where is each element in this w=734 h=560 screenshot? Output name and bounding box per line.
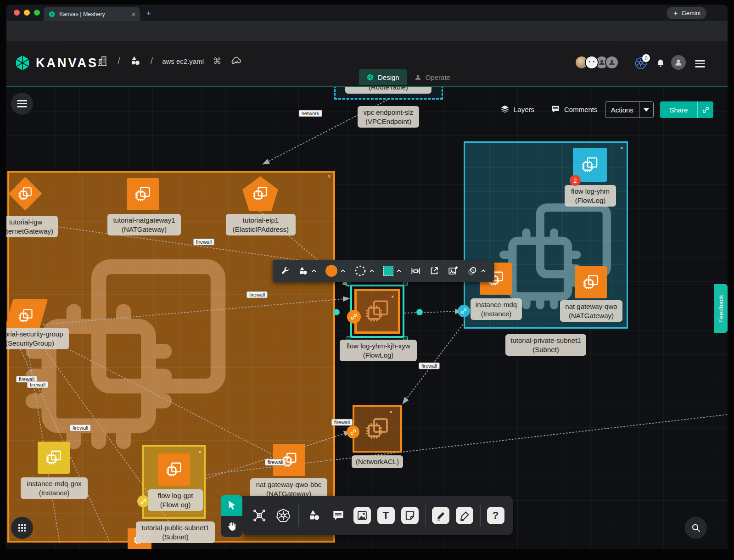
window-minimize-button[interactable] (24, 10, 30, 16)
window-close-button[interactable] (14, 10, 20, 16)
workspace-shapes-icon[interactable] (129, 55, 141, 67)
region-collapse-icon[interactable]: × (620, 146, 623, 151)
node-collapse-icon[interactable]: × (391, 294, 394, 299)
edge-label[interactable]: firewall (247, 291, 268, 298)
node-label-nat-qwo: nat gateway-qwo(NATGateway) (560, 300, 622, 322)
tool-freehand-draw[interactable] (456, 507, 473, 524)
edge-label[interactable]: firewall (265, 459, 286, 466)
keyboard-shortcuts-icon[interactable]: ⌘ (213, 56, 221, 66)
shapes-dock-button[interactable] (11, 517, 33, 539)
edge-label[interactable]: firewall (193, 239, 214, 246)
tool-edge-pen[interactable] (432, 507, 449, 524)
design-file-name[interactable]: aws ec2.yaml (162, 57, 204, 65)
window-zoom-button[interactable] (34, 10, 40, 16)
tab-design[interactable]: Design (359, 69, 407, 85)
region-collapse-icon[interactable]: × (328, 174, 331, 179)
layers-label: Layers (514, 106, 534, 113)
selected-node-link-badge[interactable] (347, 310, 361, 324)
tab-close-icon[interactable]: × (132, 11, 135, 18)
design-mode-icon (366, 73, 374, 81)
tool-sticky-note[interactable] (401, 507, 419, 524)
tab-operate[interactable]: Operate (407, 69, 458, 85)
mode-tabs: Design Operate (359, 69, 458, 85)
node-instance-gnx[interactable] (38, 442, 70, 474)
node-flow-log-gpt[interactable] (158, 454, 190, 486)
selection-handle-right[interactable] (416, 309, 423, 315)
tab-title: Kanvas | Meshery (59, 11, 128, 17)
edge-label[interactable]: firewall (27, 381, 48, 388)
node-collapse-icon[interactable]: × (389, 409, 392, 414)
tool-help[interactable]: ? (487, 507, 504, 524)
node-label-flow-log-yhm: flow log-yhm(FlowLog) (565, 185, 616, 207)
person-icon (608, 58, 616, 67)
tool-kubernetes-components[interactable] (275, 507, 292, 524)
node-label-instance-gnx: instance-mdq-gnx(Instance) (21, 477, 88, 499)
comments-label: Comments (564, 106, 598, 113)
chip-icon (134, 185, 151, 203)
tool-select-cursor[interactable] (221, 495, 242, 516)
resize-width-icon[interactable] (410, 266, 421, 276)
environment-k8s-button[interactable]: 0 (634, 56, 647, 69)
node-nat-qwo[interactable] (575, 266, 607, 298)
fill-color-button[interactable] (325, 265, 346, 277)
hand-icon (226, 521, 238, 532)
comments-button[interactable]: Comments (550, 104, 598, 114)
opacity-button[interactable] (467, 265, 487, 276)
configure-wrench-icon[interactable] (280, 266, 290, 276)
add-image-icon[interactable] (448, 265, 459, 276)
actions-dropdown-button[interactable] (639, 108, 653, 112)
feedback-tab[interactable]: Feedback (714, 284, 728, 333)
tool-comment[interactable] (330, 507, 347, 524)
cursor-icon (226, 499, 238, 511)
copy-link-button[interactable] (698, 106, 713, 114)
flow-log-gpt-link-badge[interactable] (137, 495, 149, 507)
app-menu-button[interactable] (695, 58, 705, 69)
tool-text[interactable]: T (377, 507, 395, 524)
pencil-icon (459, 510, 471, 521)
edge-label[interactable]: firewall (70, 425, 91, 431)
edge-label[interactable]: network (299, 110, 322, 117)
tool-shapes[interactable] (306, 507, 323, 524)
node-label-route-table: (RouteTable) (345, 86, 431, 94)
node-label-flow-log-gpt: flow log-gpt(FlowLog) (148, 489, 203, 511)
border-style-button[interactable] (354, 265, 375, 277)
organization-icon[interactable] (96, 55, 108, 67)
collaborator-avatar-bot[interactable] (585, 56, 599, 69)
zoom-button[interactable] (685, 517, 707, 539)
network-acl-link-badge[interactable] (347, 426, 359, 438)
tool-image[interactable] (353, 507, 371, 524)
grid-dots-icon (17, 522, 28, 533)
subnet-link-badge[interactable] (458, 305, 470, 317)
selection-handle-left[interactable] (333, 309, 340, 315)
edge-label[interactable]: firewall (419, 363, 440, 370)
cloud-sync-icon[interactable] (230, 55, 242, 67)
node-label-igw: tutorial-igw(InternetGateway) (6, 216, 58, 237)
node-network-acl[interactable] (353, 405, 402, 453)
tool-pan-hand[interactable] (221, 516, 242, 537)
edge-label[interactable]: firewall (331, 419, 353, 426)
tool-meshery-components[interactable] (251, 507, 268, 524)
chevron-down-icon (644, 108, 649, 112)
pen-icon (435, 510, 447, 521)
node-label-security-group: tutorial-security-group(SecurityGroup) (6, 328, 69, 349)
shape-picker-button[interactable] (298, 266, 317, 276)
user-avatar-button[interactable] (671, 55, 686, 70)
new-tab-button[interactable]: + (146, 9, 151, 18)
layers-button[interactable]: Layers (500, 104, 534, 114)
notifications-bell-icon[interactable] (656, 58, 666, 68)
canvas-toolbar: T ? (242, 496, 513, 535)
browser-tab[interactable]: Kanvas | Meshery × (44, 7, 140, 21)
node-natgateway1[interactable] (127, 178, 159, 210)
collaborator-avatar[interactable] (605, 56, 619, 69)
gemini-button[interactable]: Gemini (667, 7, 706, 19)
open-external-icon[interactable] (429, 266, 439, 276)
actions-button[interactable]: Actions (605, 101, 654, 118)
design-canvas[interactable]: × × (RouteTable) vpc endpoint-slz(VPCEnd… (6, 86, 728, 549)
circuit-icon (252, 508, 267, 523)
node-collapse-icon[interactable]: × (198, 449, 201, 454)
share-button[interactable]: Share (660, 101, 713, 118)
selection-color-button[interactable] (383, 266, 402, 276)
node-label-vpc-endpoint: vpc endpoint-slz(VPCEndpoint) (358, 106, 419, 128)
toolbar-divider (480, 504, 481, 526)
canvas-menu-button[interactable] (11, 93, 33, 115)
